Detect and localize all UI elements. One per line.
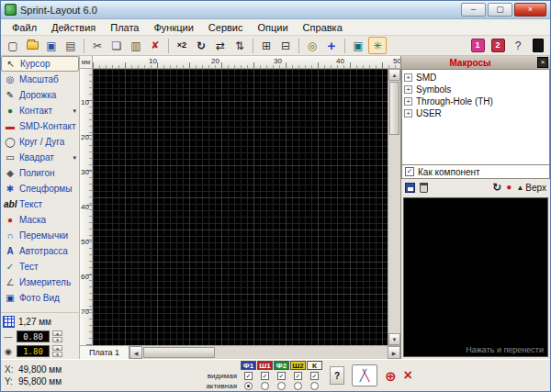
horizontal-scrollbar[interactable]: ◀ ▶ bbox=[129, 346, 400, 359]
tool-autoroute[interactable]: A Автотрасса bbox=[1, 243, 79, 259]
chevron-down-icon[interactable]: ▾ bbox=[73, 107, 76, 115]
title-bar[interactable]: Sprint-Layout 6.0 – ▢ × bbox=[1, 1, 550, 19]
tree-item-symbols[interactable]: + Symbols bbox=[404, 84, 547, 95]
track-width-down-button[interactable]: ▾ bbox=[52, 337, 62, 342]
tool-cursor[interactable]: ↖ Курсор bbox=[1, 56, 79, 72]
tool-rectangle[interactable]: ▭ Квадрат ▾ bbox=[1, 150, 79, 165]
as-component-checkbox[interactable]: ✓ bbox=[405, 167, 414, 176]
cancel-icon[interactable]: × bbox=[404, 368, 412, 383]
ungroup-button[interactable]: ⊟ bbox=[276, 37, 295, 54]
context-help-button[interactable]: ? bbox=[509, 37, 527, 54]
tool-zoom[interactable]: ◎ Масштаб bbox=[1, 72, 79, 87]
pad-size-down-button[interactable]: ▾ bbox=[52, 352, 62, 357]
vertical-scrollbar[interactable]: ▲ ▼ bbox=[388, 69, 400, 345]
tool-track[interactable]: ✎ Дорожка bbox=[1, 87, 79, 103]
track-width-up-button[interactable]: ▴ bbox=[52, 330, 62, 336]
grid-value[interactable]: 1,27 мм bbox=[18, 317, 51, 327]
menu-actions[interactable]: Действия bbox=[44, 21, 103, 34]
layer-button-k[interactable]: К bbox=[307, 361, 322, 370]
top-side-toggle[interactable]: ▲ Верх bbox=[516, 183, 546, 193]
horizontal-scroll-thumb[interactable] bbox=[143, 347, 215, 358]
duplicate-button[interactable]: ×2 bbox=[173, 37, 191, 54]
layer-active-radio[interactable] bbox=[261, 382, 269, 390]
layer-visible-checkbox[interactable]: ✓ bbox=[261, 372, 269, 380]
layer-help-button[interactable]: ? bbox=[330, 366, 344, 385]
tool-test[interactable]: ✓ Тест bbox=[1, 259, 79, 274]
menu-functions[interactable]: Функции bbox=[146, 21, 200, 34]
target-icon[interactable]: ⊕ bbox=[385, 369, 397, 383]
tree-item-smd[interactable]: + SMD bbox=[404, 72, 547, 84]
tool-mask[interactable]: ● Маска bbox=[1, 212, 79, 228]
minimize-button[interactable]: – bbox=[461, 3, 486, 17]
mirror-horizontal-button[interactable]: ⇄ bbox=[211, 37, 230, 54]
track-width-value[interactable]: 0.80 bbox=[17, 330, 50, 342]
new-file-button[interactable]: ▢ bbox=[4, 37, 22, 54]
settings-button[interactable]: ✳ bbox=[368, 37, 387, 54]
layer-active-radio[interactable] bbox=[294, 382, 302, 390]
save-button[interactable]: ▣ bbox=[42, 37, 61, 54]
layer-active-radio[interactable] bbox=[244, 382, 253, 390]
layer-visible-checkbox[interactable]: ✓ bbox=[277, 372, 286, 380]
layer-button-s1[interactable]: Ш1 bbox=[257, 361, 273, 370]
macro1-button[interactable]: 1 bbox=[468, 37, 487, 54]
scroll-down-button[interactable]: ▼ bbox=[388, 333, 400, 345]
layer-active-radio[interactable] bbox=[310, 382, 319, 390]
layer-button-f2[interactable]: Ф2 bbox=[274, 361, 289, 370]
layer-visible-checkbox[interactable]: ✓ bbox=[244, 372, 253, 380]
close-button[interactable]: × bbox=[514, 3, 546, 17]
scroll-up-button[interactable]: ▲ bbox=[388, 69, 400, 81]
macro2-button[interactable]: 2 bbox=[489, 37, 507, 54]
layer-button-s2[interactable]: Ш2 bbox=[290, 361, 306, 370]
rotate-button[interactable]: ↻ bbox=[192, 37, 210, 54]
delete-macro-icon[interactable] bbox=[420, 183, 428, 193]
pad-size-up-button[interactable]: ▴ bbox=[52, 345, 62, 351]
menu-options[interactable]: Опции bbox=[251, 21, 296, 34]
tool-pad[interactable]: ● Контакт ▾ bbox=[1, 103, 79, 118]
zoom-button[interactable]: ◎ bbox=[303, 37, 321, 54]
menu-board[interactable]: Плата bbox=[103, 21, 146, 34]
expand-icon[interactable]: + bbox=[404, 109, 412, 118]
photo-view-button[interactable]: ▣ bbox=[349, 37, 367, 54]
maximize-button[interactable]: ▢ bbox=[488, 3, 512, 17]
test-probe-panel[interactable]: ╱ ╲ bbox=[352, 364, 377, 386]
paste-button[interactable]: ▥ bbox=[127, 37, 145, 54]
vertical-scroll-thumb[interactable] bbox=[389, 82, 399, 135]
tool-text[interactable]: abl Текст bbox=[1, 196, 79, 212]
group-button[interactable]: ⊞ bbox=[257, 37, 276, 54]
pcb-canvas[interactable] bbox=[93, 69, 388, 345]
menu-file[interactable]: Файл bbox=[5, 21, 44, 34]
delete-button[interactable]: ✘ bbox=[146, 37, 164, 54]
origin-icon[interactable]: ● bbox=[506, 183, 512, 192]
layer-visible-checkbox[interactable]: ✓ bbox=[294, 372, 302, 380]
chevron-down-icon[interactable]: ▾ bbox=[73, 154, 76, 162]
scroll-left-button[interactable]: ◀ bbox=[129, 346, 142, 359]
mirror-vertical-button[interactable]: ⇅ bbox=[231, 37, 249, 54]
pad-size-value[interactable]: 1.80 bbox=[17, 345, 50, 357]
rotate-macro-icon[interactable]: ↻ bbox=[492, 182, 501, 193]
menu-help[interactable]: Справка bbox=[296, 21, 350, 34]
tool-special-forms[interactable]: ✱ Спецформы bbox=[1, 181, 79, 196]
open-file-button[interactable] bbox=[23, 37, 41, 54]
tree-item-through-hole[interactable]: + Through-Hole (TH) bbox=[404, 95, 547, 107]
layer-view-button[interactable] bbox=[529, 37, 547, 54]
copy-button[interactable]: ❏ bbox=[107, 37, 126, 54]
save-macro-icon[interactable] bbox=[405, 183, 415, 193]
tool-smd-pad[interactable]: ▬ SMD-Контакт bbox=[1, 118, 79, 134]
menu-service[interactable]: Сервис bbox=[201, 21, 251, 34]
layer-button-f1[interactable]: Ф1 bbox=[241, 361, 256, 370]
board-tab[interactable]: Плата 1 bbox=[80, 346, 129, 359]
tool-circle-arc[interactable]: ◯ Круг / Дуга bbox=[1, 134, 79, 150]
print-button[interactable]: ▤ bbox=[62, 37, 80, 54]
tree-item-user[interactable]: + USER bbox=[404, 107, 547, 119]
tool-polygon[interactable]: ◆ Полигон bbox=[1, 165, 79, 181]
crosshair-button[interactable]: + bbox=[322, 37, 341, 54]
expand-icon[interactable]: + bbox=[404, 85, 412, 94]
layer-visible-checkbox[interactable]: ✓ bbox=[310, 372, 319, 380]
expand-icon[interactable]: + bbox=[404, 97, 412, 106]
macro-preview[interactable]: Нажать и перенести bbox=[403, 197, 548, 357]
tool-measure[interactable]: ∠ Измеритель bbox=[1, 274, 79, 290]
expand-icon[interactable]: + bbox=[404, 73, 412, 82]
grid-icon[interactable] bbox=[3, 316, 15, 328]
macros-close-button[interactable]: × bbox=[537, 57, 548, 68]
layer-active-radio[interactable] bbox=[277, 382, 286, 390]
